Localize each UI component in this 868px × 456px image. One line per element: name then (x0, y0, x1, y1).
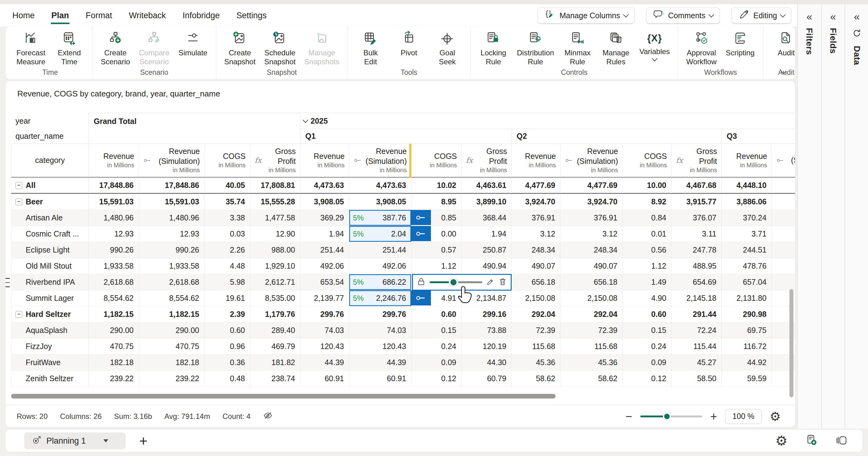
ribbon-button-variables[interactable]: {X}Variables (636, 30, 674, 61)
cell[interactable]: 58.62 (560, 371, 623, 387)
cell[interactable]: 58.62 (512, 371, 560, 387)
ribbon-button-simulate[interactable]: Simulate (175, 30, 212, 58)
row-drag-handle[interactable] (6, 278, 10, 287)
cell[interactable]: 3,908.05 (349, 194, 411, 210)
cell[interactable]: 376.91 (560, 210, 623, 226)
cell[interactable] (772, 242, 795, 258)
cell[interactable]: 248.34 (512, 242, 560, 258)
cell[interactable]: 44.39 (349, 355, 411, 371)
cell[interactable]: 60.79 (462, 371, 512, 387)
cell[interactable]: 248.34 (560, 242, 623, 258)
sim-slider-toggle-badge[interactable] (411, 290, 431, 306)
button-comments[interactable]: Comments (646, 7, 720, 24)
cell[interactable]: 376.07 (672, 210, 722, 226)
row-header-hard-seltzer[interactable]: −Hard Seltzer (11, 306, 89, 322)
vertical-scrollbar[interactable] (789, 289, 794, 397)
simulated-cell[interactable]: 5%387.76 (349, 210, 411, 226)
cell[interactable]: 12.93 (89, 226, 139, 242)
settings-gear-icon[interactable]: ⚙ (776, 434, 787, 448)
row-header-zenith-seltzer[interactable]: Zenith Seltzer (11, 371, 89, 387)
cell[interactable]: 239.22 (89, 371, 139, 387)
cell[interactable]: 4.91 (411, 290, 462, 306)
cell[interactable]: 653.54 (300, 274, 349, 290)
cell[interactable]: 291.44 (672, 306, 722, 322)
cell[interactable]: 3.11 (672, 226, 722, 242)
cell[interactable]: 247.78 (672, 242, 722, 258)
cell[interactable]: 115.44 (672, 338, 722, 355)
zoom-out-button[interactable]: − (625, 411, 632, 422)
cell[interactable]: 470.75 (139, 338, 205, 355)
row-header-beer[interactable]: −Beer (11, 194, 89, 210)
cell[interactable]: 238.74 (250, 371, 300, 387)
cell[interactable]: 58.50 (672, 371, 722, 387)
ribbon-button-goal-seek[interactable]: Goal Seek (429, 30, 466, 67)
cell[interactable]: 1.12 (623, 258, 672, 274)
simulated-cell[interactable]: 5%686.22 (349, 274, 411, 290)
cell[interactable]: 120.19 (462, 338, 512, 355)
cell[interactable]: 1.94 (300, 226, 349, 242)
cell[interactable]: 10.02 (411, 178, 462, 194)
add-sheet-button[interactable]: + (139, 434, 148, 448)
cell[interactable]: 115.68 (512, 338, 560, 355)
expand-panel-icon[interactable]: « (854, 11, 860, 22)
cell[interactable]: 251.44 (300, 242, 349, 258)
row-header-artisan-ale[interactable]: Artisan Ale (11, 210, 89, 226)
table-settings-gear-icon[interactable]: ⚙ (770, 410, 781, 423)
cell[interactable]: 488.95 (672, 258, 722, 274)
menu-item-writeback[interactable]: Writeback (128, 9, 167, 22)
cell[interactable]: 3.71 (722, 226, 772, 242)
cell[interactable]: 0.09 (623, 355, 672, 371)
cell[interactable]: 3,915.77 (672, 194, 722, 210)
cell[interactable]: 478.76 (722, 258, 772, 274)
cell[interactable]: 45.36 (512, 355, 560, 371)
ribbon-button-forecast-measure[interactable]: Forecast Measure (12, 30, 50, 67)
cell[interactable]: 44.39 (300, 355, 349, 371)
cell[interactable]: 3.38 (205, 210, 250, 226)
ribbon-button-scripting[interactable]: Scripting (722, 30, 759, 58)
cell[interactable]: 44.92 (722, 355, 772, 371)
cell[interactable]: 239.22 (139, 371, 205, 387)
cell[interactable]: 0.36 (205, 355, 250, 371)
zoom-slider[interactable] (640, 416, 702, 417)
cell[interactable]: 3.12 (512, 226, 560, 242)
cell[interactable]: 45.27 (672, 355, 722, 371)
cell[interactable]: 244.51 (722, 242, 772, 258)
cell[interactable]: 299.76 (349, 306, 411, 322)
cell[interactable]: 4,477.69 (512, 178, 560, 194)
row-header-old-mill-stout[interactable]: Old Mill Stout (11, 258, 89, 274)
row-header-summit-lager[interactable]: Summit Lager (11, 290, 89, 306)
cell[interactable]: 17,848.86 (89, 178, 139, 194)
cell[interactable]: 2,150.08 (560, 290, 623, 306)
cell[interactable]: 8.92 (623, 194, 672, 210)
edit-pencil-icon[interactable] (486, 277, 495, 287)
cell[interactable]: 4,448.10 (722, 178, 772, 194)
menu-item-infobridge[interactable]: Infobridge (182, 9, 220, 22)
cell[interactable]: 3,886.06 (722, 194, 772, 210)
cell[interactable]: 1,480.96 (89, 210, 139, 226)
cell[interactable]: 0.85 (411, 210, 462, 226)
cell[interactable]: 292.04 (512, 306, 560, 322)
cell[interactable]: 15,591.03 (139, 194, 205, 210)
cell[interactable] (772, 274, 795, 290)
column-header-q3-simulation-clipped[interactable]: (Sim (772, 143, 795, 178)
panel-tab-fields[interactable]: «Fields (822, 4, 845, 428)
menu-item-plan[interactable]: Plan (51, 9, 70, 22)
cell[interactable]: 0.84 (623, 210, 672, 226)
cell[interactable]: 0.60 (411, 306, 462, 322)
row-header-fizzjoy[interactable]: FizzJoy (11, 338, 89, 355)
cell[interactable]: 181.82 (250, 355, 300, 371)
cell[interactable]: 0.60 (623, 306, 672, 322)
cell[interactable]: 1,929.10 (250, 258, 300, 274)
cell[interactable]: 115.68 (560, 338, 623, 355)
simulated-cell[interactable]: 5%2,246.76 (349, 290, 411, 306)
cell[interactable]: 8,554.62 (139, 290, 205, 306)
cell[interactable]: 290.98 (722, 306, 772, 322)
cell[interactable]: 656.18 (560, 274, 623, 290)
cell[interactable]: 0.03 (205, 226, 250, 242)
cell[interactable]: 15,555.28 (250, 194, 300, 210)
cell[interactable]: 120.43 (349, 338, 411, 355)
cell[interactable]: 988.00 (250, 242, 300, 258)
ribbon-button-create-scenario[interactable]: Create Scenario (97, 30, 134, 67)
menu-item-home[interactable]: Home (12, 9, 35, 22)
cell[interactable]: 656.18 (512, 274, 560, 290)
